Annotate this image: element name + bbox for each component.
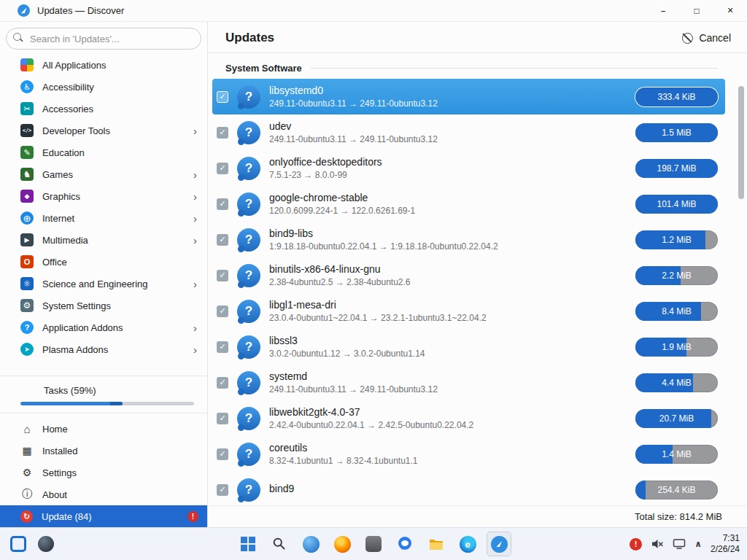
sidebar-nav-item[interactable]: Installed — [0, 440, 207, 462]
sidebar-category-item[interactable]: Multimedia — [0, 229, 207, 251]
package-name: bind9 — [269, 483, 627, 496]
size-button[interactable]: 1.2 MiB — [635, 230, 718, 249]
maximize-button[interactable] — [680, 0, 713, 21]
sidebar-category-item[interactable]: Application Addons — [0, 316, 207, 338]
sidebar-category-item[interactable]: Accessories — [0, 98, 207, 120]
sidebar-nav-item[interactable]: Home — [0, 418, 207, 440]
sidebar-category-item[interactable]: All Applications — [0, 54, 207, 76]
discover-icon — [491, 536, 508, 553]
checkbox-checked[interactable] — [217, 341, 228, 353]
checkbox-checked[interactable] — [217, 413, 228, 424]
checkbox-checked[interactable] — [217, 448, 228, 460]
update-list-item[interactable]: bind9 254.4 KiB — [212, 472, 725, 505]
checkbox-checked[interactable] — [217, 91, 228, 103]
update-list-item[interactable]: bind9-libs 1:9.18.18-0ubuntu0.22.04.1 → … — [212, 222, 725, 257]
size-button[interactable]: 2.2 MiB — [635, 266, 718, 285]
firefox-icon — [334, 536, 351, 553]
section-header: System Software — [208, 53, 747, 79]
search-icon — [272, 537, 287, 551]
display-icon[interactable] — [673, 538, 686, 550]
checkbox-checked[interactable] — [217, 163, 228, 174]
checkbox-checked[interactable] — [217, 270, 228, 281]
checkbox-checked[interactable] — [217, 484, 228, 496]
package-versions: 2.38-4ubuntu2.5 → 2.38-4ubuntu2.6 — [269, 277, 627, 287]
update-list-item[interactable]: libwebkit2gtk-4.0-37 2.42.4-0ubuntu0.22.… — [212, 400, 725, 436]
window-controls — [646, 0, 747, 21]
size-button[interactable]: 198.7 MiB — [635, 159, 718, 178]
size-button[interactable]: 254.4 KiB — [635, 481, 718, 499]
package-name: coreutils — [269, 442, 627, 455]
update-list-item[interactable]: onlyoffice-desktopeditors 7.5.1-23 → 8.0… — [212, 150, 725, 186]
size-button[interactable]: 101.4 MiB — [635, 195, 718, 214]
update-list-item[interactable]: coreutils 8.32-4.1ubuntu1 → 8.32-4.1ubun… — [212, 436, 725, 472]
checkbox-checked[interactable] — [217, 306, 228, 317]
alert-badge: ! — [187, 511, 198, 522]
window-frame-icon[interactable] — [10, 536, 26, 552]
search-input[interactable] — [6, 28, 201, 50]
file-explorer-button[interactable] — [424, 532, 449, 556]
sidebar-category-item[interactable]: Plasma Addons — [0, 338, 207, 360]
update-list-item[interactable]: udev 249.11-0ubuntu3.11 → 249.11-0ubuntu… — [212, 114, 725, 150]
volume-muted-icon[interactable] — [651, 537, 664, 551]
size-button[interactable]: 8.4 MiB — [635, 302, 718, 321]
size-button[interactable]: 1.5 MiB — [635, 123, 718, 142]
science-engineering-icon — [20, 277, 34, 290]
sidebar-category-item[interactable]: Games — [0, 163, 207, 185]
taskbar-clock[interactable]: 7:31 2/26/24 — [711, 533, 740, 555]
update-list-item[interactable]: google-chrome-stable 120.0.6099.224-1 → … — [212, 186, 725, 222]
size-button[interactable]: 4.4 MiB — [635, 373, 718, 392]
close-button[interactable] — [713, 0, 747, 21]
copilot-button[interactable] — [298, 532, 323, 556]
update-list-item[interactable]: systemd 249.11-0ubuntu3.11 → 249.11-0ubu… — [212, 365, 725, 400]
taskbar-search-button[interactable] — [267, 532, 292, 556]
size-button[interactable]: 1.9 MiB — [635, 338, 718, 357]
home-icon — [20, 423, 34, 435]
sidebar-nav-item[interactable]: Settings — [0, 462, 207, 483]
sidebar-category-item[interactable]: Office — [0, 251, 207, 273]
checkbox-checked[interactable] — [217, 377, 228, 389]
package-text: udev 249.11-0ubuntu3.11 → 249.11-0ubuntu… — [269, 120, 627, 144]
checkbox-checked[interactable] — [217, 127, 228, 139]
size-button[interactable]: 1.4 MiB — [635, 445, 718, 464]
update-list-item[interactable]: libgl1-mesa-dri 23.0.4-0ubuntu1~22.04.1 … — [212, 293, 725, 329]
sidebar-category-item[interactable]: System Settings — [0, 295, 207, 316]
sidebar-category-item[interactable]: Internet — [0, 207, 207, 229]
desktop: Updates — Discover All Applications — [0, 0, 747, 560]
edge-button[interactable]: e — [455, 532, 480, 556]
discover-taskbar-button[interactable] — [487, 532, 511, 556]
checkbox-checked[interactable] — [217, 198, 228, 210]
sidebar-nav-item[interactable]: About — [0, 483, 207, 505]
sidebar-category-item[interactable]: Graphics — [0, 185, 207, 207]
sidebar-category-item[interactable]: Accessibility — [0, 76, 207, 98]
update-list-item[interactable]: libssl3 3.0.2-0ubuntu1.12 → 3.0.2-0ubunt… — [212, 329, 725, 365]
pinned-app-button[interactable] — [361, 532, 386, 556]
scrollbar-thumb[interactable] — [738, 86, 744, 199]
size-label: 333.4 KiB — [635, 88, 718, 106]
alert-tray-icon[interactable]: ! — [630, 538, 642, 551]
firefox-button[interactable] — [330, 532, 355, 556]
category-label: Education — [42, 147, 197, 158]
update-list-item[interactable]: binutils-x86-64-linux-gnu 2.38-4ubuntu2.… — [212, 257, 725, 293]
chevron-up-icon[interactable] — [694, 539, 702, 549]
size-label: 254.4 KiB — [635, 481, 718, 499]
edge-icon: e — [460, 536, 476, 553]
size-button[interactable]: 333.4 KiB — [635, 88, 718, 106]
package-icon — [237, 85, 260, 109]
update-list-item[interactable]: libsystemd0 249.11-0ubuntu3.11 → 249.11-… — [212, 79, 725, 114]
package-icon — [237, 264, 260, 287]
sidebar-category-item[interactable]: Education — [0, 141, 207, 163]
checkbox-checked[interactable] — [217, 234, 228, 246]
minimize-button[interactable] — [646, 0, 680, 21]
chat-button[interactable] — [392, 532, 417, 556]
cancel-button[interactable]: Cancel — [682, 32, 731, 44]
size-label: 1.5 MiB — [635, 123, 718, 142]
globe-icon[interactable] — [38, 536, 54, 552]
size-button[interactable]: 20.7 MiB — [635, 409, 718, 428]
sidebar-category-item[interactable]: Science and Engineering — [0, 273, 207, 295]
taskbar-left — [10, 536, 54, 552]
sidebar-category-item[interactable]: Developer Tools — [0, 120, 207, 141]
sidebar-item-update[interactable]: Update (84) ! — [0, 505, 207, 527]
package-icon — [237, 407, 260, 430]
category-label: Plasma Addons — [42, 344, 185, 355]
start-button[interactable] — [236, 532, 260, 556]
